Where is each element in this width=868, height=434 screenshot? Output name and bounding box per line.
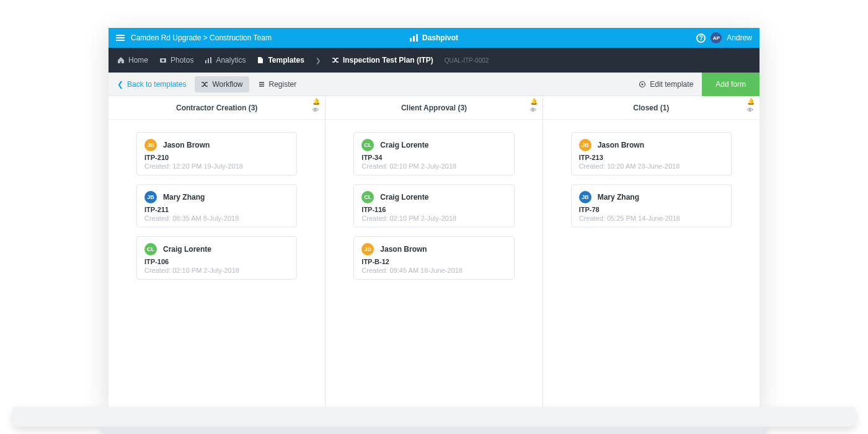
svg-point-4 [162,60,164,62]
device-stand [12,407,856,427]
edit-template-button[interactable]: Edit template [630,80,702,89]
chevron-left-icon: ❮ [117,80,123,89]
card-user-name: Mary Zhang [163,193,205,202]
user-badge: JB [144,191,157,203]
kanban-column: Contractor Creation (3)🔔👁JBJason BrownIT… [108,96,326,407]
card-meta: Created: 05:25 PM 14-June-2018 [579,215,724,222]
user-badge: CL [361,191,374,203]
nav-home[interactable]: Home [117,56,148,64]
app-window: Camden Rd Upgrade > Construction Team Da… [108,28,760,407]
card-meta: Created: 09:45 AM 18-June-2018 [361,267,506,274]
card-reference: ITP-106 [144,258,289,265]
user-name[interactable]: Andrew [727,33,752,42]
form-card[interactable]: JBJason BrownITP-B-12Created: 09:45 AM 1… [353,236,514,280]
help-icon[interactable]: ? [696,33,706,43]
svg-rect-1 [413,36,415,42]
nav-photos[interactable]: Photos [159,56,193,64]
card-meta: Created: 08:35 AM 8-July-2018 [144,215,289,222]
user-badge: JB [579,139,591,151]
card-user-name: Craig Lorente [163,245,211,254]
form-card[interactable]: CLCraig LorenteITP-106Created: 02:10 PM … [136,236,297,280]
card-reference: ITP-211 [144,206,289,213]
breadcrumb[interactable]: Camden Rd Upgrade > Construction Team [131,33,272,42]
eye-icon[interactable]: 👁 [530,107,538,113]
bell-icon[interactable]: 🔔 [312,98,320,105]
svg-rect-6 [208,58,209,63]
column-header: Contractor Creation (3)🔔👁 [108,96,325,120]
chart-icon [205,56,212,64]
app-name: Dashpivot [422,33,458,42]
card-meta: Created: 10:20 AM 23-June-2018 [579,162,724,170]
user-badge: JB [361,243,374,255]
user-avatar[interactable]: AP [711,32,722,43]
main-nav: Home Photos Analytics Templates ❯ Inspec… [108,48,760,73]
eye-icon[interactable]: 👁 [312,107,320,113]
nav-analytics[interactable]: Analytics [205,56,246,64]
card-user-name: Jason Brown [380,245,427,254]
card-user-name: Mary Zhang [598,193,639,202]
kanban-column: Client Approval (3)🔔👁CLCraig LorenteITP-… [326,96,542,407]
form-card[interactable]: CLCraig LorenteITP-34Created: 02:10 PM 2… [353,132,514,175]
svg-rect-0 [410,38,412,42]
column-title: Closed (1) [633,104,669,112]
device-stand [99,427,769,434]
user-badge: JB [144,139,157,151]
workflow-tab[interactable]: Workflow [195,76,249,92]
nav-templates[interactable]: Templates [257,56,304,64]
column-header: Closed (1)🔔👁 [543,96,760,120]
chevron-right-icon: ❯ [316,57,321,64]
card-meta: Created: 12:20 PM 19-July-2018 [144,162,289,170]
card-user-name: Jason Brown [163,141,210,149]
card-meta: Created: 02:10 PM 2-July-2018 [144,267,289,274]
back-link[interactable]: ❮ Back to templates [108,80,195,89]
card-reference: ITP-B-12 [361,258,506,265]
card-meta: Created: 02:10 PM 2-July-2018 [361,162,506,170]
svg-point-9 [642,83,644,85]
nav-template-name[interactable]: Inspection Test Plan (ITP) [332,56,433,64]
camera-icon [159,56,167,64]
eye-icon[interactable]: 👁 [747,107,755,113]
topbar: Camden Rd Upgrade > Construction Team Da… [108,28,760,48]
user-badge: CL [144,243,157,255]
card-reference: ITP-78 [579,206,724,213]
gear-icon [639,81,646,88]
kanban-column: Closed (1)🔔👁JBJason BrownITP-213Created:… [543,96,760,407]
cards-container: JBJason BrownITP-210Created: 12:20 PM 19… [108,120,325,292]
column-title: Contractor Creation (3) [176,104,257,112]
bell-icon[interactable]: 🔔 [530,98,538,105]
svg-rect-2 [416,34,418,42]
form-card[interactable]: CLCraig LorenteITP-116Created: 02:10 PM … [353,184,514,228]
cards-container: JBJason BrownITP-213Created: 10:20 AM 23… [543,120,760,240]
column-title: Client Approval (3) [401,104,467,112]
shuffle-icon [332,56,339,64]
form-card[interactable]: JBMary ZhangITP-211Created: 08:35 AM 8-J… [136,184,297,228]
form-card[interactable]: JBJason BrownITP-210Created: 12:20 PM 19… [136,132,297,175]
toolbar: ❮ Back to templates Workflow Register Ed… [108,73,760,96]
register-tab[interactable]: Register [252,76,303,92]
shuffle-icon [201,81,208,88]
menu-icon[interactable] [116,35,125,41]
form-card[interactable]: JBJason BrownITP-213Created: 10:20 AM 23… [571,132,732,175]
card-user-name: Craig Lorente [380,141,428,149]
column-header: Client Approval (3)🔔👁 [326,96,542,120]
svg-rect-5 [205,60,206,63]
bell-icon[interactable]: 🔔 [747,98,755,105]
form-card[interactable]: JBMary ZhangITP-78Created: 05:25 PM 14-J… [571,184,732,228]
app-logo: Dashpivot [410,33,458,42]
user-badge: JB [579,191,591,203]
card-user-name: Jason Brown [598,141,644,149]
kanban-board: Contractor Creation (3)🔔👁JBJason BrownIT… [108,96,760,407]
bars-icon [410,34,418,42]
add-form-button[interactable]: Add form [702,73,760,96]
file-icon [257,56,264,64]
card-meta: Created: 02:10 PM 2-July-2018 [361,215,506,222]
card-reference: ITP-210 [144,154,289,161]
card-user-name: Craig Lorente [380,193,428,202]
list-icon [258,81,265,88]
svg-rect-7 [210,57,211,63]
card-reference: ITP-116 [361,206,506,213]
user-badge: CL [361,139,374,151]
home-icon [117,56,125,64]
template-code: QUAL-ITP-0002 [445,57,489,64]
card-reference: ITP-34 [361,154,506,161]
